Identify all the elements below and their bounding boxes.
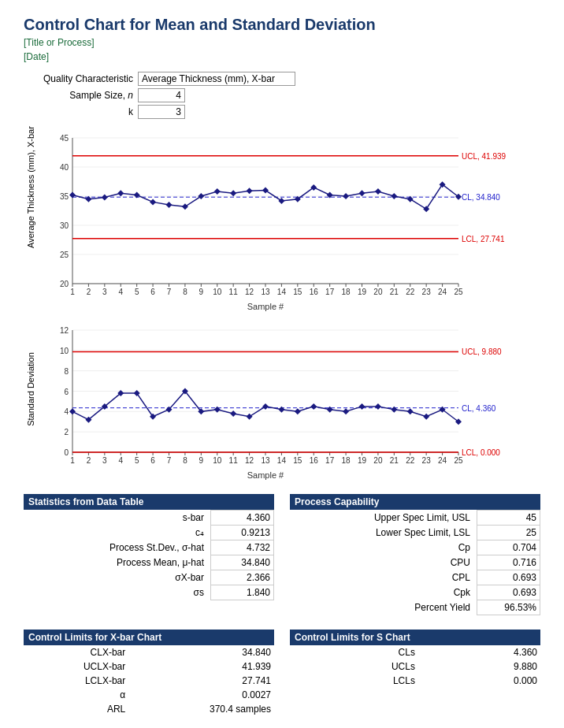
- table-row: Upper Spec Limit, USL45: [290, 511, 540, 526]
- svg-text:20: 20: [373, 456, 383, 465]
- svg-text:6: 6: [150, 456, 155, 465]
- svg-text:3: 3: [102, 456, 107, 465]
- quality-characteristic-label: Quality Characteristic: [24, 73, 138, 84]
- svg-text:9: 9: [199, 288, 204, 296]
- row-value: 96.53%: [477, 600, 540, 615]
- svg-marker-90: [375, 188, 381, 195]
- svg-text:7: 7: [167, 288, 172, 296]
- table-row: CLs4.360: [290, 645, 540, 659]
- svg-text:6: 6: [64, 388, 69, 396]
- ctrl-xbar-header: Control Limits for X-bar Chart: [24, 630, 274, 645]
- svg-text:10: 10: [60, 347, 69, 355]
- svg-marker-80: [214, 188, 221, 195]
- row-label: s-bar: [24, 511, 211, 526]
- svg-text:25: 25: [454, 288, 463, 296]
- stats-block: Statistics from Data Table s-bar4.360c₄0…: [24, 494, 274, 615]
- svg-marker-88: [343, 193, 349, 199]
- svg-text:UCL, 9.880: UCL, 9.880: [462, 347, 502, 356]
- svg-marker-184: [310, 403, 317, 410]
- svg-text:30: 30: [60, 221, 69, 230]
- sample-size-row: Sample Size, n: [24, 88, 540, 102]
- svg-text:6: 6: [150, 288, 155, 296]
- stats-table: s-bar4.360c₄0.9213Process St.Dev., σ-hat…: [24, 510, 274, 600]
- row-value: 0.704: [477, 540, 540, 555]
- row-value: 34.840: [132, 645, 274, 659]
- svg-text:LCL, 27.741: LCL, 27.741: [462, 235, 505, 243]
- svg-marker-181: [262, 403, 269, 410]
- svg-text:11: 11: [229, 288, 239, 296]
- table-row: ARL370.4 samples: [24, 702, 274, 716]
- table-row: UCLX-bar41.939: [24, 659, 274, 674]
- svg-text:4: 4: [118, 288, 123, 296]
- row-label: CPL: [290, 570, 477, 585]
- svg-text:2: 2: [64, 428, 69, 436]
- svg-text:22: 22: [406, 456, 415, 465]
- svg-text:24: 24: [438, 288, 447, 296]
- svg-marker-73: [102, 194, 108, 200]
- svg-marker-79: [198, 193, 204, 199]
- row-label: CPU: [290, 555, 477, 570]
- k-row: k: [24, 105, 540, 119]
- svg-text:0: 0: [64, 448, 69, 457]
- svg-text:9: 9: [199, 456, 204, 465]
- svg-text:5: 5: [135, 288, 139, 296]
- svg-text:20: 20: [373, 288, 383, 296]
- svg-text:12: 12: [245, 288, 254, 296]
- row-value: 370.4 samples: [132, 702, 274, 716]
- sample-size-input[interactable]: [138, 88, 185, 102]
- s-y-axis-label: Standard Deviation: [24, 322, 38, 456]
- svg-text:19: 19: [358, 288, 367, 296]
- svg-marker-84: [278, 198, 284, 204]
- table-row: Percent Yield96.53%: [290, 600, 540, 615]
- row-label: σX-bar: [24, 570, 211, 585]
- svg-text:40: 40: [60, 163, 69, 172]
- svg-text:25: 25: [60, 251, 69, 259]
- row-label: Percent Yield: [290, 600, 477, 615]
- svg-marker-82: [247, 188, 253, 194]
- quality-characteristic-row: Quality Characteristic: [24, 72, 540, 86]
- row-value: 0.000: [421, 674, 540, 688]
- row-value: 0.716: [477, 555, 540, 570]
- svg-text:Sample #: Sample #: [247, 470, 284, 480]
- svg-text:18: 18: [342, 456, 351, 465]
- row-value: 0.693: [477, 570, 540, 585]
- svg-marker-186: [343, 408, 349, 414]
- svg-marker-89: [359, 190, 365, 196]
- svg-text:45: 45: [60, 134, 69, 143]
- svg-text:4: 4: [64, 407, 69, 416]
- table-row: α0.0027: [24, 688, 274, 702]
- svg-text:4: 4: [118, 456, 123, 465]
- k-input[interactable]: [138, 105, 185, 119]
- row-label: Upper Spec Limit, USL: [290, 511, 477, 526]
- xbar-chart-svg: 2025303540451234567891011121314151617181…: [41, 130, 537, 311]
- ctrl-xbar-block: Control Limits for X-bar Chart CLX-bar34…: [24, 630, 274, 716]
- row-label: ARL: [24, 702, 132, 716]
- svg-text:16: 16: [310, 288, 319, 296]
- row-value: 0.0027: [132, 688, 274, 702]
- table-row: c₄0.9213: [24, 526, 274, 540]
- row-value: 34.840: [211, 555, 274, 570]
- row-label: Cpk: [290, 585, 477, 600]
- table-row: σX-bar2.366: [24, 570, 274, 585]
- row-label: Process St.Dev., σ-hat: [24, 540, 211, 555]
- svg-text:21: 21: [390, 288, 399, 296]
- ctrl-s-header: Control Limits for S Chart: [290, 630, 540, 645]
- table-row: LCLX-bar27.741: [24, 674, 274, 688]
- table-row: Process Mean, μ-hat34.840: [24, 555, 274, 570]
- row-label: UCLs: [290, 659, 421, 674]
- row-label: LCLX-bar: [24, 674, 132, 688]
- svg-text:13: 13: [261, 456, 270, 465]
- svg-text:13: 13: [261, 288, 270, 296]
- svg-text:CL, 34.840: CL, 34.840: [462, 193, 500, 202]
- row-value: 9.880: [421, 659, 540, 674]
- svg-text:17: 17: [325, 456, 335, 465]
- svg-marker-188: [375, 403, 381, 410]
- row-value: 4.360: [211, 511, 274, 526]
- svg-marker-74: [117, 190, 124, 196]
- quality-characteristic-input[interactable]: [138, 72, 295, 86]
- subtitle-line2: [Date]: [24, 50, 540, 64]
- table-row: CLX-bar34.840: [24, 645, 274, 659]
- row-label: σs: [24, 585, 211, 600]
- svg-marker-183: [295, 408, 301, 414]
- s-chart-inner: 0246810121234567891011121314151617181920…: [41, 322, 537, 480]
